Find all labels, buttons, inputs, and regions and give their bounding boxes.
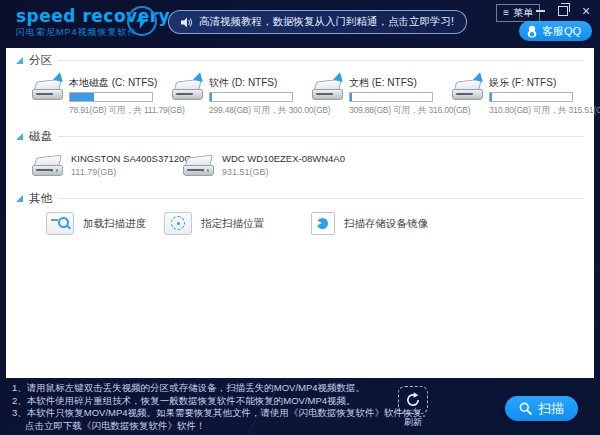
hard-drive-icon bbox=[170, 75, 204, 102]
collapse-triangle-icon[interactable] bbox=[16, 57, 23, 64]
other-item-label: 加载扫描进度 bbox=[83, 217, 146, 231]
hard-drive-icon bbox=[310, 75, 344, 102]
minimize-button[interactable] bbox=[534, 5, 546, 17]
section-header-partitions: 分区 bbox=[6, 48, 594, 69]
qq-penguin-icon bbox=[526, 25, 538, 38]
tip-line-2: 2、本软件使用碎片重组技术，恢复一般数据恢复软件不能恢复的MOV/MP4视频。 bbox=[12, 395, 432, 408]
hamburger-icon: ≡ bbox=[503, 8, 509, 18]
scan-button[interactable]: 扫描 bbox=[505, 396, 578, 421]
partition-name: 本地磁盘 (C: NTFS) bbox=[69, 76, 170, 90]
scan-device-image-item[interactable]: 扫描存储设备镜像 bbox=[311, 212, 428, 235]
magnifier-icon bbox=[519, 402, 532, 415]
partition-capacity: 78.91(GB) 可用，共 111.79(GB) bbox=[69, 105, 170, 117]
target-location-icon bbox=[164, 212, 192, 235]
footer-bar: 1、请用鼠标左键双击丢失视频的分区或存储设备，扫描丢失的MOV/MP4视频数据。… bbox=[0, 378, 600, 435]
partition-name: 娱乐 (F: NTFS) bbox=[489, 76, 590, 90]
disk-drive-icon bbox=[30, 151, 64, 178]
section-title: 磁盘 bbox=[29, 129, 52, 144]
notice-text: 高清视频教程，数据恢复从入门到精通，点击立即学习! bbox=[199, 15, 454, 29]
partition-name: 文档 (E: NTFS) bbox=[349, 76, 450, 90]
refresh-label: 刷新 bbox=[396, 416, 430, 429]
usage-bar bbox=[489, 92, 573, 102]
disk-name: KINGSTON SA400S37120G bbox=[71, 153, 192, 164]
menu-button-label: 菜单 bbox=[513, 6, 533, 20]
partition-item-c[interactable]: 本地磁盘 (C: NTFS) 78.91(GB) 可用，共 111.79(GB) bbox=[30, 75, 170, 117]
app-window: speed recovery 闪电索尼MP4视频恢复软件 高清视频教程，数据恢复… bbox=[0, 0, 600, 435]
load-scan-progress-icon bbox=[46, 212, 74, 235]
close-button[interactable]: × bbox=[580, 5, 592, 17]
usage-bar bbox=[349, 92, 433, 102]
section-title: 分区 bbox=[29, 53, 52, 68]
collapse-triangle-icon[interactable] bbox=[16, 133, 23, 140]
disk-drive-icon bbox=[181, 151, 215, 178]
customer-service-qq-button[interactable]: 客服QQ bbox=[519, 21, 592, 41]
usage-bar-fill bbox=[350, 93, 352, 101]
other-item-label: 指定扫描位置 bbox=[201, 217, 264, 231]
footer-tips: 1、请用鼠标左键双击丢失视频的分区或存储设备，扫描丢失的MOV/MP4视频数据。… bbox=[12, 382, 432, 432]
partitions-row: 本地磁盘 (C: NTFS) 78.91(GB) 可用，共 111.79(GB)… bbox=[6, 69, 594, 124]
download-software-link[interactable]: 点击立即下载《闪电数据恢复软件》软件！ bbox=[12, 420, 432, 433]
collapse-triangle-icon[interactable] bbox=[16, 195, 23, 202]
disks-row: KINGSTON SA400S37120G 111.79(GB) WDC WD1… bbox=[6, 145, 594, 186]
usage-bar-fill bbox=[210, 93, 212, 101]
disk-capacity: 111.79(GB) bbox=[71, 167, 192, 177]
partition-item-d[interactable]: 软件 (D: NTFS) 299.48(GB) 可用，共 300.00(GB) bbox=[170, 75, 310, 117]
usage-bar-fill bbox=[490, 93, 492, 101]
partition-capacity: 309.88(GB) 可用，共 316.00(GB) bbox=[349, 105, 450, 117]
partition-item-e[interactable]: 文档 (E: NTFS) 309.88(GB) 可用，共 316.00(GB) bbox=[310, 75, 450, 117]
others-row: 加载扫描进度 指定扫描位置 扫描存储设备镜像 bbox=[6, 209, 594, 241]
other-item-label: 扫描存储设备镜像 bbox=[344, 217, 428, 231]
disk-capacity: 931.51(GB) bbox=[222, 167, 345, 177]
usage-bar-fill bbox=[70, 93, 94, 101]
usage-bar bbox=[69, 92, 153, 102]
hard-drive-icon bbox=[30, 75, 64, 102]
partition-name: 软件 (D: NTFS) bbox=[209, 76, 310, 90]
section-title: 其他 bbox=[29, 191, 52, 206]
refresh-button[interactable]: 刷新 bbox=[396, 386, 430, 426]
refresh-icon bbox=[398, 386, 428, 414]
hard-drive-icon bbox=[450, 75, 484, 102]
titlebar: speed recovery 闪电索尼MP4视频恢复软件 高清视频教程，数据恢复… bbox=[0, 0, 600, 48]
speaker-icon bbox=[181, 17, 193, 28]
specify-scan-location-item[interactable]: 指定扫描位置 bbox=[164, 212, 264, 235]
load-scan-progress-item[interactable]: 加载扫描进度 bbox=[46, 212, 146, 235]
qq-button-label: 客服QQ bbox=[542, 24, 581, 39]
section-divider bbox=[58, 136, 584, 137]
section-header-disks: 磁盘 bbox=[6, 124, 594, 145]
partition-capacity: 310.80(GB) 可用，共 315.51(GB) bbox=[489, 105, 590, 117]
main-panel: 分区 本地磁盘 (C: NTFS) 78.91(GB) 可用，共 111.79(… bbox=[6, 48, 594, 378]
tip-line-1: 1、请用鼠标左键双击丢失视频的分区或存储设备，扫描丢失的MOV/MP4视频数据。 bbox=[12, 382, 432, 395]
tip-line-3: 3、本软件只恢复MOV/MP4视频。如果需要恢复其他文件，请使用《闪电数据恢复软… bbox=[12, 407, 432, 420]
section-divider bbox=[58, 198, 584, 199]
disk-item-wdc[interactable]: WDC WD10EZEX-08WN4A0 931.51(GB) bbox=[181, 151, 326, 178]
disk-name: WDC WD10EZEX-08WN4A0 bbox=[222, 153, 345, 164]
partition-item-f[interactable]: 娱乐 (F: NTFS) 310.80(GB) 可用，共 315.51(GB) bbox=[450, 75, 590, 117]
lightning-bolt-icon bbox=[127, 6, 157, 36]
device-image-icon bbox=[311, 212, 335, 235]
usage-bar bbox=[209, 92, 293, 102]
tutorial-notice-banner[interactable]: 高清视频教程，数据恢复从入门到精通，点击立即学习! bbox=[168, 10, 467, 34]
scan-button-label: 扫描 bbox=[538, 400, 564, 418]
disk-item-kingston[interactable]: KINGSTON SA400S37120G 111.79(GB) bbox=[30, 151, 175, 178]
partition-capacity: 299.48(GB) 可用，共 300.00(GB) bbox=[209, 105, 310, 117]
section-divider bbox=[58, 60, 584, 61]
maximize-button[interactable] bbox=[557, 5, 569, 17]
window-controls: × bbox=[534, 4, 592, 18]
section-header-others: 其他 bbox=[6, 186, 594, 207]
